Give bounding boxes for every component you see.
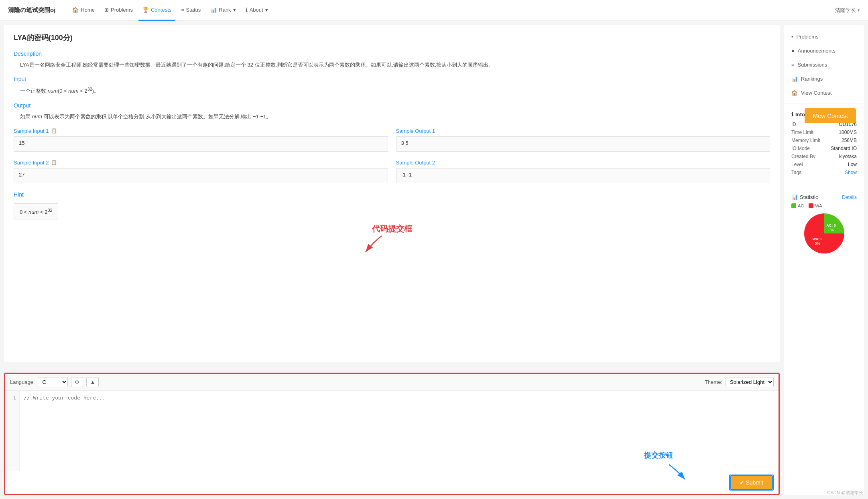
rankings-icon: 📊 xyxy=(791,76,798,82)
info-row-memory: Memory Limit 256MB xyxy=(791,138,857,143)
sidebar-divider-2 xyxy=(784,186,864,186)
svg-text:0%: 0% xyxy=(815,241,820,245)
sample-output-1-label: Sample Output 1 xyxy=(396,128,770,134)
sidebar-item-rankings[interactable]: 📊 Rankings xyxy=(784,72,864,86)
line-numbers: 1 xyxy=(5,391,20,471)
stat-icon: 📊 xyxy=(791,194,798,200)
copy-icon-1[interactable]: 📋 xyxy=(51,128,57,134)
submit-area: ✔ Submit xyxy=(729,475,774,491)
annotation-submit-label: 提交按钮 xyxy=(644,450,673,460)
nav-links: 🏠 Home ⊞ Problems 🏆 Contests ≈ Status 📊 … xyxy=(68,0,272,21)
submissions-icon: ≡ xyxy=(791,62,795,68)
content-area: LYA的密码(100分) Description LYA是一名网络安全工程师,她… xyxy=(0,21,784,499)
sample-output-1-value: 3 5 xyxy=(396,136,770,152)
legend-wa: WA xyxy=(809,203,822,208)
info-row-level: Level Low xyxy=(791,162,857,167)
tags-show-link[interactable]: Show xyxy=(845,170,857,175)
annotation-code-label: 代码提交框 xyxy=(372,223,412,234)
code-editor-section: Language: C C++ Java Python ⚙ ▲ Theme: S… xyxy=(4,373,780,495)
sidebar-divider-1 xyxy=(784,103,864,103)
nav-rank[interactable]: 📊 Rank ▾ xyxy=(206,0,240,21)
sidebar-item-submissions[interactable]: ≡ Submissions xyxy=(784,58,864,72)
theme-select[interactable]: Solarized Light Default Monokai xyxy=(726,377,774,387)
nav-about[interactable]: ℹ About ▾ xyxy=(242,0,272,21)
hint-text: 0 < num < 232 xyxy=(14,203,58,219)
samples-grid: Sample Input 1 📋 15 Sample Output 1 3 5 … xyxy=(14,128,770,183)
description-text: LYA是一名网络安全工程师,她经常需要处理一些加密数据。最近她遇到了一个有趣的问… xyxy=(20,60,770,69)
sidebar: ▪ Problems ● Announcements ≡ Submissions… xyxy=(784,25,864,495)
navbar-left: 清隆の笔试突围oj 🏠 Home ⊞ Problems 🏆 Contests ≈… xyxy=(8,0,272,21)
legend-ac: AC xyxy=(791,203,804,208)
nav-status[interactable]: ≈ Status xyxy=(177,0,205,21)
problems-icon: ▪ xyxy=(791,34,793,40)
sample-input-1-value: 15 xyxy=(14,136,388,152)
sidebar-item-view-contest[interactable]: 🏠 View Contest xyxy=(784,86,864,100)
sample-input-2-value: 27 xyxy=(14,168,388,183)
wa-color-dot xyxy=(809,203,813,208)
info-row-tags: Tags Show xyxy=(791,170,857,175)
announcements-icon: ● xyxy=(791,48,795,54)
sidebar-item-announcements[interactable]: ● Announcements xyxy=(784,44,864,58)
input-label: Input xyxy=(14,76,770,82)
toolbar-left: Language: C C++ Java Python ⚙ ▲ xyxy=(10,377,99,387)
sidebar-statistic: 📊 Statistic Details AC WA xyxy=(784,189,864,260)
stat-details-link[interactable]: Details xyxy=(842,195,857,200)
sample-output-2-block: Sample Output 2 -1 -1 xyxy=(396,160,770,183)
pie-chart: AC: 0 0% WA: 0 0% xyxy=(802,211,846,256)
sample-input-1-block: Sample Input 1 📋 15 xyxy=(14,128,388,152)
submit-button[interactable]: ✔ Submit xyxy=(730,475,773,490)
info-row-time: Time Limit 1000MS xyxy=(791,130,857,135)
brand: 清隆の笔试突围oj xyxy=(8,6,55,14)
chevron-down-icon: ▾ xyxy=(858,8,860,13)
csdn-watermark: CSDN @清隆学长 xyxy=(827,490,863,496)
svg-text:AC: 0: AC: 0 xyxy=(826,223,836,227)
language-label: Language: xyxy=(10,379,35,385)
editor-toolbar: Language: C C++ Java Python ⚙ ▲ Theme: S… xyxy=(5,374,779,391)
sample-input-2-label: Sample Input 2 📋 xyxy=(14,160,388,166)
output-label: Output xyxy=(14,102,770,109)
nav-contests[interactable]: 🏆 Contests xyxy=(138,0,175,21)
theme-label: Theme: xyxy=(705,379,722,385)
annotation-area: 代码提交框 xyxy=(14,219,770,252)
ac-color-dot xyxy=(791,203,796,208)
output-text: 如果 num 可以表示为两个素数的乘积,以单个空格分割,从小到大输出这两个素数。… xyxy=(20,112,770,121)
editor-footer: 提交按钮 ✔ Submit xyxy=(5,471,779,494)
hint-label: Hint xyxy=(14,191,770,198)
view-contest-icon: 🏠 xyxy=(791,90,798,96)
description-label: Description xyxy=(14,51,770,57)
stat-header: 📊 Statistic Details xyxy=(791,194,857,200)
info-icon: ℹ xyxy=(791,112,793,118)
sidebar-item-problems[interactable]: ▪ Problems xyxy=(784,30,864,44)
page-layout: LYA的密码(100分) Description LYA是一名网络安全工程师,她… xyxy=(0,21,868,499)
sample-input-2-block: Sample Input 2 📋 27 xyxy=(14,160,388,183)
nav-home[interactable]: 🏠 Home xyxy=(68,0,99,21)
reset-button[interactable]: ⚙ xyxy=(71,377,83,387)
problem-title: LYA的密码(100分) xyxy=(14,33,770,43)
stat-legend: AC WA xyxy=(791,203,857,208)
toolbar-right: Theme: Solarized Light Default Monokai xyxy=(705,377,774,387)
nav-user[interactable]: 清隆学长 ▾ xyxy=(835,7,860,14)
pie-chart-container: AC: 0 0% WA: 0 0% xyxy=(791,211,857,256)
nav-problems[interactable]: ⊞ Problems xyxy=(100,0,137,21)
sample-output-1-block: Sample Output 1 3 5 xyxy=(396,128,770,152)
mew-contest-button[interactable]: Mew Contest xyxy=(805,108,856,123)
navbar: 清隆の笔试突围oj 🏠 Home ⊞ Problems 🏆 Contests ≈… xyxy=(0,0,868,21)
problem-content: LYA的密码(100分) Description LYA是一名网络安全工程师,她… xyxy=(4,25,780,362)
input-text: 一个正整数 num(0 < num < 232)。 xyxy=(20,85,770,96)
svg-text:0%: 0% xyxy=(828,228,833,232)
expand-button[interactable]: ▲ xyxy=(86,377,99,387)
copy-icon-2[interactable]: 📋 xyxy=(51,160,57,165)
info-row-iomode: IO Mode Standard IO xyxy=(791,146,857,151)
sample-output-2-label: Sample Output 2 xyxy=(396,160,770,166)
annotation-arrow-1 xyxy=(362,234,394,254)
sidebar-menu: ▪ Problems ● Announcements ≡ Submissions… xyxy=(784,30,864,100)
stat-title: 📊 Statistic xyxy=(791,194,818,200)
language-select[interactable]: C C++ Java Python xyxy=(38,377,68,387)
annotation-arrow-2 xyxy=(665,462,689,483)
svg-text:WA: 0: WA: 0 xyxy=(812,237,822,241)
sample-input-1-label: Sample Input 1 📋 xyxy=(14,128,388,134)
info-row-createdby: Created By kiyotaka xyxy=(791,154,857,159)
sample-output-2-value: -1 -1 xyxy=(396,168,770,183)
